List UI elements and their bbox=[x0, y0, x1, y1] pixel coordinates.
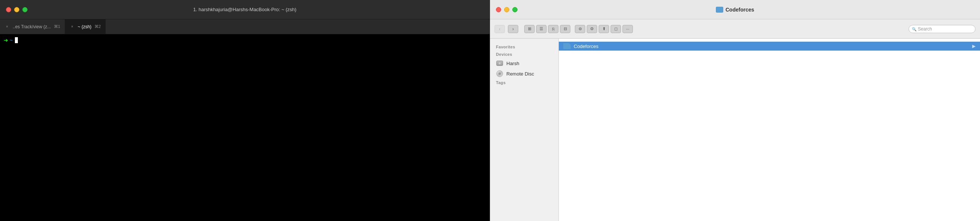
disc-icon bbox=[496, 70, 503, 77]
devices-section-label: Devices bbox=[490, 51, 558, 58]
finder-maximize-button[interactable] bbox=[512, 7, 517, 12]
finder-window: Codeforces ‹ › bbox=[490, 0, 980, 221]
finder-action-buttons bbox=[575, 25, 633, 33]
tag-icon bbox=[614, 26, 617, 31]
tag-button[interactable] bbox=[611, 25, 621, 33]
terminal-titlebar: 1. harshkhajuria@Harshs-MacBook-Pro: ~ (… bbox=[0, 0, 490, 19]
terminal-prompt: ➜ ~ bbox=[4, 37, 486, 43]
harsh-device-icon bbox=[496, 59, 503, 67]
terminal-traffic-lights bbox=[6, 7, 27, 12]
share-button[interactable] bbox=[599, 25, 609, 33]
view-icon-button[interactable] bbox=[524, 25, 535, 33]
finder-minimize-button[interactable] bbox=[504, 7, 509, 12]
view-columns-button[interactable] bbox=[548, 25, 558, 33]
finder-view-buttons bbox=[524, 25, 570, 33]
forward-icon: › bbox=[512, 26, 514, 32]
finder-main: Codeforces ▶ bbox=[559, 39, 980, 221]
tab1-label: ..es Track/view (z... bbox=[13, 24, 51, 29]
arrange-icon bbox=[579, 26, 582, 31]
terminal-tab-1[interactable]: × ..es Track/view (z... ⌘1 bbox=[0, 19, 65, 34]
more-button[interactable] bbox=[622, 25, 633, 33]
list-view-icon bbox=[539, 26, 543, 31]
terminal-minimize-button[interactable] bbox=[14, 7, 19, 12]
remote-disc-icon bbox=[496, 70, 503, 77]
disc-inner bbox=[498, 73, 501, 75]
hdd-icon bbox=[496, 60, 503, 66]
finder-close-button[interactable] bbox=[496, 7, 501, 12]
hdd-inner bbox=[498, 62, 501, 65]
tab2-label: ~ (zsh) bbox=[78, 24, 92, 29]
tab1-shortcut: ⌘1 bbox=[54, 24, 60, 29]
finder-search-box[interactable]: Search bbox=[908, 25, 975, 33]
codeforces-folder-icon bbox=[563, 43, 571, 49]
finder-back-button[interactable]: ‹ bbox=[495, 25, 505, 33]
arrange-button[interactable] bbox=[575, 25, 585, 33]
tags-section-label: Tags bbox=[490, 79, 558, 86]
finder-content: Favorites Devices Harsh Remote Dis bbox=[490, 39, 980, 221]
terminal-tabs: × ..es Track/view (z... ⌘1 × ~ (zsh) ⌘2 bbox=[0, 19, 490, 34]
sidebar-item-harsh[interactable]: Harsh bbox=[490, 58, 558, 68]
action-button[interactable] bbox=[587, 25, 597, 33]
tab2-shortcut: ⌘2 bbox=[94, 24, 101, 29]
terminal-title: 1. harshkhajuria@Harshs-MacBook-Pro: ~ (… bbox=[193, 7, 296, 12]
view-list-button[interactable] bbox=[536, 25, 547, 33]
columns-view-icon bbox=[552, 27, 555, 31]
prompt-tilde: ~ bbox=[10, 37, 13, 43]
terminal-tab-2[interactable]: × ~ (zsh) ⌘2 bbox=[65, 19, 106, 34]
chevron-right-icon: ▶ bbox=[972, 43, 975, 49]
finder-title: Codeforces bbox=[716, 7, 754, 13]
favorites-section-label: Favorites bbox=[490, 43, 558, 51]
remote-disc-label: Remote Disc bbox=[506, 71, 534, 76]
search-placeholder: Search bbox=[918, 26, 932, 32]
tab2-close-icon[interactable]: × bbox=[70, 24, 75, 29]
terminal-window: 1. harshkhajuria@Harshs-MacBook-Pro: ~ (… bbox=[0, 0, 490, 221]
more-icon bbox=[626, 27, 629, 31]
terminal-close-button[interactable] bbox=[6, 7, 11, 12]
back-icon: ‹ bbox=[499, 26, 500, 32]
codeforces-folder-row[interactable]: Codeforces ▶ bbox=[559, 42, 980, 51]
finder-forward-button[interactable]: › bbox=[508, 25, 518, 33]
harsh-device-label: Harsh bbox=[506, 60, 519, 66]
terminal-cursor bbox=[15, 37, 18, 43]
gallery-view-icon bbox=[564, 26, 567, 31]
view-gallery-button[interactable] bbox=[560, 25, 570, 33]
finder-title-text: Codeforces bbox=[725, 7, 754, 13]
tab1-close-icon[interactable]: × bbox=[5, 24, 10, 29]
finder-traffic-lights bbox=[496, 7, 517, 12]
action-icon bbox=[590, 26, 594, 31]
share-icon bbox=[602, 26, 606, 31]
finder-title-folder-icon bbox=[716, 7, 723, 13]
grid-view-icon bbox=[528, 26, 531, 31]
finder-titlebar: Codeforces bbox=[490, 0, 980, 19]
codeforces-folder-label: Codeforces bbox=[574, 43, 598, 49]
terminal-body[interactable]: ➜ ~ bbox=[0, 34, 490, 221]
finder-sidebar: Favorites Devices Harsh Remote Dis bbox=[490, 39, 559, 221]
search-icon bbox=[912, 26, 916, 32]
prompt-arrow-icon: ➜ bbox=[4, 37, 8, 43]
finder-toolbar: ‹ › bbox=[490, 19, 980, 39]
terminal-maximize-button[interactable] bbox=[22, 7, 27, 12]
sidebar-item-remote-disc[interactable]: Remote Disc bbox=[490, 68, 558, 79]
